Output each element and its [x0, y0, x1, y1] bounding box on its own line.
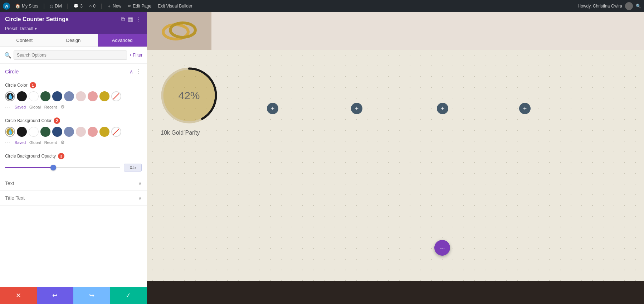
filter-button[interactable]: + Filter [129, 53, 142, 58]
circle-bg-opacity-badge: 3 [58, 153, 64, 159]
chevron-up-icon[interactable]: ∧ [130, 69, 133, 74]
swatch-rose-1[interactable] [88, 91, 98, 101]
swatch-pink-1[interactable] [76, 91, 86, 101]
canvas-footer [147, 281, 644, 304]
color-settings-icon-1[interactable]: ⚙ [60, 104, 65, 110]
pencil-icon: ✏ [128, 4, 131, 9]
comments-btn[interactable]: 💬 3 [72, 3, 84, 9]
divi-btn[interactable]: ◎ Divi [48, 3, 63, 9]
opacity-slider-row: 0.5 [5, 162, 142, 173]
opacity-slider-thumb[interactable] [50, 165, 56, 170]
circle-bg-color-badge: 2 [54, 117, 60, 124]
user-greeting: Howdy, Christina Gwira [578, 4, 622, 9]
swatch-green-1[interactable] [40, 91, 50, 101]
circle-section-title: Circle [5, 68, 19, 74]
grid-icon[interactable]: ▦ [128, 16, 133, 23]
search-bar: 🔍 + Filter [0, 47, 147, 64]
plus-icon: ＋ [107, 3, 111, 9]
dots-background [147, 50, 644, 281]
user-avatar[interactable] [625, 2, 633, 10]
recent-label-1[interactable]: Recent [44, 105, 57, 109]
global-label-2[interactable]: Global [29, 140, 41, 145]
search-icon[interactable]: 🔍 [636, 4, 641, 9]
canvas-top [147, 12, 644, 50]
cancel-button[interactable]: ✕ [0, 287, 37, 304]
plus-button-4[interactable]: + [519, 103, 531, 114]
svg-rect-0 [147, 12, 211, 50]
swatch-navy-2[interactable] [52, 127, 62, 137]
circle-bg-color-label: Circle Background Color 2 [5, 117, 142, 124]
swatch-white-2[interactable] [29, 127, 39, 137]
more-options-icon[interactable]: ⋮ [136, 16, 142, 23]
minimize-icon[interactable]: ⧉ [121, 16, 125, 23]
circle-bg-color-row: Circle Background Color 2 💧 ··· [0, 115, 147, 150]
edit-page-btn[interactable]: ✏ Edit Page [126, 3, 153, 9]
text-section-title: Text [5, 180, 14, 186]
swatch-black-1[interactable] [17, 91, 27, 101]
top-bar-right: Howdy, Christina Gwira 🔍 [578, 2, 641, 10]
circle-svg: 42% [158, 64, 220, 127]
circle-color-badge: 1 [30, 82, 36, 88]
global-label-1[interactable]: Global [29, 105, 41, 109]
text-chevron-icon: ∨ [138, 180, 142, 186]
sidebar-header-icons: ⧉ ▦ ⋮ [121, 16, 142, 23]
tab-advanced[interactable]: Advanced [98, 34, 147, 47]
swatch-rose-2[interactable] [88, 127, 98, 137]
sidebar: Circle Counter Settings ⧉ ▦ ⋮ Preset: De… [0, 12, 147, 304]
exit-visual-builder-btn[interactable]: Exit Visual Builder [156, 3, 194, 9]
text-section[interactable]: Text ∨ [0, 176, 147, 191]
color-settings-icon-2[interactable]: ⚙ [60, 140, 65, 145]
title-text-chevron-icon: ∨ [138, 195, 142, 201]
tab-content[interactable]: Content [0, 34, 49, 47]
search-icon: 🔍 [4, 52, 11, 59]
canvas-body: 42% 10k Gold Parity + + + + ··· [147, 50, 644, 281]
circle-color-swatches: 💧 [5, 91, 142, 101]
swatch-navy-1[interactable] [52, 91, 62, 101]
swatch-green-2[interactable] [40, 127, 50, 137]
search-input[interactable] [14, 50, 127, 60]
redo-button[interactable]: ↪ [73, 287, 110, 304]
plus-button-1[interactable]: + [267, 103, 278, 114]
recent-label-2[interactable]: Recent [44, 140, 57, 145]
eyedropper-swatch-1[interactable]: 💧 [5, 91, 15, 101]
save-button[interactable]: ✓ [110, 287, 147, 304]
swatch-lavender-2[interactable] [64, 127, 74, 137]
top-bar-left: W 🏠 My Sites | ◎ Divi | 💬 3 ○ 0 | ＋ New … [3, 3, 194, 10]
my-sites-btn[interactable]: 🏠 My Sites [14, 3, 40, 9]
eyedropper-swatch-2[interactable]: 💧 [5, 127, 15, 137]
new-btn[interactable]: ＋ New [106, 3, 123, 10]
swatch-transparent-1[interactable] [111, 91, 121, 101]
bubbles-btn[interactable]: ○ 0 [88, 3, 97, 9]
circle-section-header[interactable]: Circle ∧ ⋮ [0, 64, 147, 79]
canvas-image [147, 12, 211, 50]
swatch-white-1[interactable] [29, 91, 39, 101]
plus-button-2[interactable]: + [351, 103, 362, 114]
circle-bg-color-swatches: 💧 [5, 127, 142, 137]
swatch-gold-1[interactable] [99, 91, 109, 101]
canvas: 42% 10k Gold Parity + + + + ··· [147, 12, 644, 304]
tab-design[interactable]: Design [49, 34, 98, 47]
saved-label-2[interactable]: Saved [15, 140, 26, 145]
preset-bar[interactable]: Preset: Default ▾ [0, 26, 147, 34]
swatch-transparent-2[interactable] [111, 127, 121, 137]
swatch-gold-2[interactable] [99, 127, 109, 137]
saved-label-1[interactable]: Saved [15, 105, 26, 109]
circle-section-menu-icon[interactable]: ⋮ [136, 68, 142, 75]
wordpress-icon[interactable]: W [3, 3, 10, 10]
circle-bg-opacity-row: Circle Background Opacity 3 0.5 [0, 150, 147, 176]
more-dots-1[interactable]: ··· [5, 104, 11, 110]
opacity-slider-track[interactable] [5, 167, 120, 168]
plus-button-3[interactable]: + [437, 103, 448, 114]
title-text-section[interactable]: Title Text ∨ [0, 191, 147, 206]
circle-bg-opacity-label: Circle Background Opacity 3 [5, 153, 142, 159]
swatch-lavender-1[interactable] [64, 91, 74, 101]
undo-button[interactable]: ↩ [37, 287, 74, 304]
sidebar-header: Circle Counter Settings ⧉ ▦ ⋮ [0, 12, 147, 26]
swatch-black-2[interactable] [17, 127, 27, 137]
floating-action-button[interactable]: ··· [434, 240, 450, 256]
circle-section: Circle ∧ ⋮ Circle Color 1 💧 [0, 64, 147, 176]
swatch-pink-2[interactable] [76, 127, 86, 137]
more-dots-2[interactable]: ··· [5, 140, 11, 145]
opacity-value-input[interactable]: 0.5 [124, 164, 142, 172]
sidebar-title: Circle Counter Settings [5, 16, 69, 23]
